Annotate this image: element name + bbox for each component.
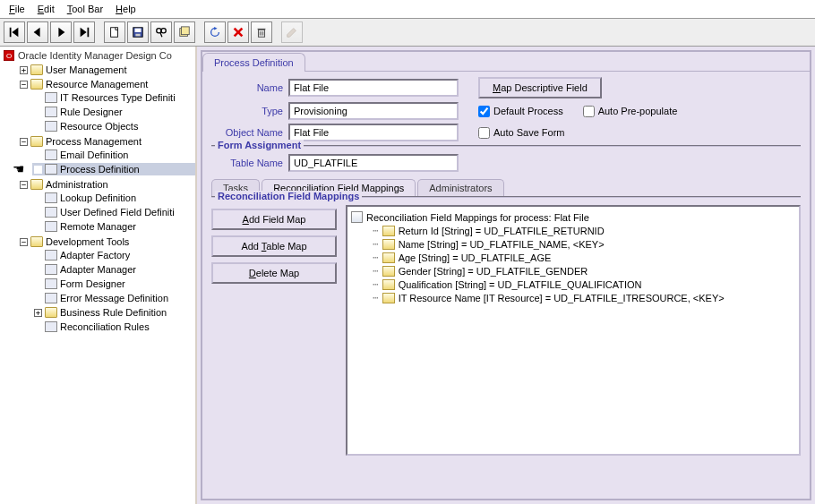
auto-prepopulate-checkbox[interactable]: Auto Pre-populate [583,106,678,117]
mapping-item[interactable]: ⋯Return Id [String] = UD_FLATFILE_RETURN… [351,224,795,237]
tree-process-management[interactable]: −Process Management [18,135,195,148]
mapping-item[interactable]: ⋯Gender [String] = UD_FLATFILE_GENDER [351,264,795,278]
first-record-button[interactable] [4,21,25,43]
tree-reconciliation-rules[interactable]: Reconciliation Rules [32,320,195,333]
menu-file[interactable]: File [4,2,30,16]
save-button[interactable] [127,21,149,43]
previous-record-button[interactable] [27,21,48,43]
menu-edit[interactable]: Edit [32,2,60,16]
form-assignment-legend: Form Assignment [215,140,304,150]
tree-root-label: Oracle Identity Manager Design Co [18,50,172,61]
collapse-icon[interactable]: − [20,138,28,146]
pencil-icon [45,278,57,289]
svg-rect-4 [88,28,90,38]
search-button[interactable] [150,21,172,43]
mapping-item[interactable]: ⋯Qualification [String] = UD_FLATFILE_QU… [351,278,795,291]
map-descriptive-field-button[interactable]: Map Descriptive Field [478,77,602,98]
globe-icon [45,264,57,275]
page-icon [351,211,363,223]
folder-icon [382,293,395,303]
gear-icon [45,250,57,261]
add-field-map-button[interactable]: Add Field Map [211,209,337,230]
mapping-tree[interactable]: Reconciliation Field Mappings for proces… [346,205,801,456]
svg-point-10 [157,29,161,33]
delete-map-button[interactable]: Delete Map [211,262,337,284]
folder-icon [382,279,395,290]
next-record-button[interactable] [50,21,72,43]
tree-lookup-definition[interactable]: Lookup Definition [32,192,195,204]
cursor-pointer-icon: ☚ [13,161,24,177]
svg-rect-14 [182,27,190,35]
document-icon [45,92,57,103]
svg-rect-6 [111,28,118,38]
menu-help[interactable]: Help [110,2,142,16]
tab-administrators[interactable]: Administrators [417,179,503,196]
tree-rule-designer[interactable]: Rule Designer [32,106,195,118]
table-name-input[interactable] [288,154,459,172]
collapse-icon[interactable]: − [20,181,28,189]
mapping-item[interactable]: ⋯IT Resource Name [IT Resource] = UD_FLA… [351,291,795,304]
expand-icon[interactable]: + [20,66,28,74]
folder-icon [30,136,43,147]
tree-resource-management[interactable]: −Resource Management [18,78,195,90]
svg-line-12 [160,33,162,37]
tree-process-definition[interactable]: Process Definition [32,163,195,175]
document-icon [45,107,57,117]
tree-business-rule-definition[interactable]: +Business Rule Definition [32,306,195,319]
folder-icon [45,307,57,318]
tab-process-definition[interactable]: Process Definition [202,53,305,72]
cancel-button[interactable] [227,21,249,43]
object-name-input[interactable] [288,124,459,141]
warning-icon [45,293,57,303]
menu-bar: File Edit Tool Bar Help [0,0,815,19]
mapping-item[interactable]: ⋯Name [String] = UD_FLATFILE_NAME, <KEY> [351,237,795,251]
tree-user-defined-field[interactable]: User Defined Field Definiti [32,206,195,218]
tree-form-designer[interactable]: Form Designer [32,278,195,290]
tree-root[interactable]: O Oracle Identity Manager Design Co [2,48,195,63]
default-process-checkbox[interactable]: Default Process [478,106,563,117]
edit-button[interactable] [281,21,303,43]
refresh-button[interactable] [204,21,226,43]
svg-marker-3 [58,28,64,38]
folder-icon [30,236,43,247]
tree-development-tools[interactable]: −Development Tools [18,235,195,248]
delete-button[interactable] [251,21,272,43]
tree-administration[interactable]: −Administration [18,178,195,191]
mapping-item[interactable]: ⋯Age [String] = UD_FLATFILE_AGE [351,251,795,264]
notes-button[interactable] [174,21,195,43]
name-input[interactable] [288,79,459,97]
tree-user-management[interactable]: +User Management [18,64,195,76]
collapse-icon[interactable]: − [20,238,28,246]
last-record-button[interactable] [73,21,95,43]
main-tab-header: Process Definition [202,52,810,71]
svg-marker-15 [214,27,218,30]
folder-icon [30,179,43,190]
new-button[interactable] [104,21,125,43]
explorer-tree: O Oracle Identity Manager Design Co +Use… [0,47,197,504]
tree-email-definition[interactable]: Email Definition [32,149,195,161]
tree-remote-manager[interactable]: Remote Manager [32,220,195,233]
tree-it-resource-type[interactable]: IT Resources Type Definiti [32,91,195,104]
svg-rect-9 [135,34,140,37]
type-input[interactable] [288,102,459,120]
oracle-logo-icon: O [4,50,14,61]
folder-icon [30,64,43,75]
process-icon [45,164,57,175]
svg-marker-1 [12,28,18,38]
expand-icon[interactable]: + [34,309,42,317]
tree-resource-objects[interactable]: Resource Objects [32,120,195,132]
server-icon [45,221,57,232]
folder-icon [30,79,43,90]
tree-adapter-manager[interactable]: Adapter Manager [32,263,195,276]
object-name-label: Object Name [211,127,283,138]
recon-section-title: Reconciliation Field Mappings [215,191,362,201]
collapse-icon[interactable]: − [20,81,28,89]
content-area: Process Definition Name Map Descriptive … [197,47,815,504]
menu-toolbar[interactable]: Tool Bar [62,2,108,16]
toolbar [0,19,815,47]
tree-error-message-definition[interactable]: Error Message Definition [32,292,195,304]
mapping-tree-root[interactable]: Reconciliation Field Mappings for proces… [351,210,795,224]
tree-adapter-factory[interactable]: Adapter Factory [32,249,195,261]
auto-save-checkbox[interactable]: Auto Save Form [478,127,564,139]
add-table-map-button[interactable]: Add Table Map [211,235,337,257]
